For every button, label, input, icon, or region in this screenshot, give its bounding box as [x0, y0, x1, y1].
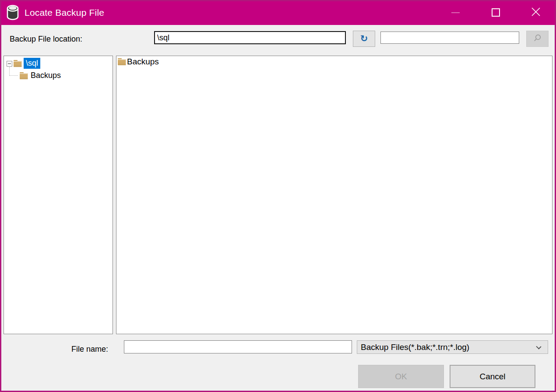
backup-location-input[interactable] — [154, 31, 346, 44]
locate-backup-file-dialog: Locate Backup File Backup File location:… — [0, 0, 556, 392]
close-button[interactable] — [516, 0, 556, 25]
maximize-button[interactable] — [475, 0, 516, 25]
folder-icon — [14, 60, 22, 67]
tree-collapse-icon[interactable] — [7, 61, 12, 67]
ok-button[interactable]: OK — [358, 365, 444, 388]
file-name-input[interactable] — [124, 340, 352, 353]
database-icon — [6, 5, 20, 21]
tree-connector-line — [9, 67, 18, 76]
search-icon — [533, 34, 542, 44]
file-type-value: Backup Files(*.bak;*.trn;*.log) — [361, 343, 469, 352]
cancel-button[interactable]: Cancel — [450, 365, 535, 388]
titlebar: Locate Backup File — [0, 0, 556, 25]
tree-item-backups[interactable]: Backups — [31, 71, 61, 80]
minimize-button[interactable] — [435, 0, 475, 25]
list-item-backups[interactable]: Backups — [116, 56, 552, 67]
tree-item-sql[interactable]: \sql — [24, 58, 40, 69]
minimize-icon — [451, 12, 460, 13]
list-item-label: Backups — [127, 57, 159, 67]
refresh-button[interactable]: ↻ — [353, 31, 375, 47]
file-type-dropdown[interactable]: Backup Files(*.bak;*.trn;*.log) — [357, 340, 548, 354]
chevron-down-icon — [536, 344, 541, 349]
search-button[interactable] — [526, 31, 549, 47]
search-input[interactable] — [380, 32, 519, 44]
file-name-label: File name: — [71, 345, 108, 354]
window-title: Locate Backup File — [25, 7, 104, 18]
folder-tree-panel: \sql Backups — [4, 56, 113, 334]
folder-icon — [118, 58, 126, 65]
close-icon — [531, 7, 541, 18]
maximize-icon — [492, 8, 500, 17]
backup-location-label: Backup File location: — [10, 35, 82, 44]
folder-icon — [20, 72, 28, 79]
refresh-icon: ↻ — [360, 34, 368, 43]
file-list-panel: Backups — [116, 56, 552, 334]
window-controls — [435, 0, 556, 25]
